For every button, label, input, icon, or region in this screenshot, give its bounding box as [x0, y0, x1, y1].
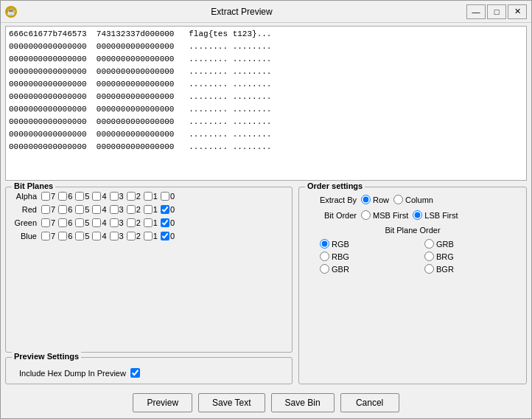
bit-plane-rbg-label[interactable]: RBG — [332, 252, 349, 261]
extract-by-row-label[interactable]: Row — [373, 195, 389, 204]
bit-red-4-label[interactable]: 4 — [102, 205, 106, 214]
bit-green-7-label[interactable]: 7 — [51, 218, 55, 227]
bit-green-4-label[interactable]: 4 — [102, 218, 106, 227]
extract-by-col-radio[interactable] — [393, 195, 403, 204]
bit-red-2-label[interactable]: 2 — [136, 205, 141, 214]
bit-plane-gbr-radio[interactable] — [320, 264, 329, 274]
bit-red-2-input[interactable] — [127, 205, 136, 214]
bit-green-0-input[interactable] — [161, 218, 169, 227]
extract-by-row-radio[interactable] — [361, 195, 371, 204]
bit-green-5-label[interactable]: 5 — [85, 218, 89, 227]
bit-red-1-label[interactable]: 1 — [153, 205, 158, 214]
bit-blue-6-label[interactable]: 6 — [68, 232, 72, 240]
bit-alpha-6-input[interactable] — [58, 192, 67, 201]
bit-plane-brg-label[interactable]: BRG — [436, 252, 454, 261]
bit-red-4-input[interactable] — [92, 205, 101, 214]
bit-alpha-2-label[interactable]: 2 — [136, 192, 141, 201]
lsb-first-label[interactable]: LSB First — [424, 211, 458, 220]
cancel-button[interactable]: Cancel — [340, 393, 399, 412]
bit-red-7-input[interactable] — [41, 205, 50, 214]
bit-blue-2-label[interactable]: 2 — [136, 232, 141, 240]
bit-blue-0-input[interactable] — [161, 232, 169, 240]
bit-blue-1-input[interactable] — [144, 232, 153, 240]
preview-button[interactable]: Preview — [133, 393, 192, 412]
bit-green-6-input[interactable] — [58, 218, 67, 227]
bit-alpha-6-label[interactable]: 6 — [68, 192, 72, 201]
bit-green-5-input[interactable] — [75, 218, 84, 227]
bit-alpha-7-input[interactable] — [41, 192, 50, 201]
bit-alpha-3-label[interactable]: 3 — [119, 192, 124, 201]
bit-checkbox-blue-0: 0 — [161, 232, 175, 240]
bit-plane-bgr-label[interactable]: BGR — [436, 265, 454, 274]
bit-blue-5-input[interactable] — [75, 232, 84, 240]
hex-dump-checkbox[interactable] — [130, 368, 140, 378]
bit-alpha-0-input[interactable] — [161, 192, 169, 201]
bit-alpha-2-input[interactable] — [127, 192, 136, 201]
save-bin-button[interactable]: Save Bin — [271, 393, 335, 412]
bit-alpha-3-input[interactable] — [110, 192, 119, 201]
bit-green-3-label[interactable]: 3 — [119, 218, 124, 227]
footer-buttons: Preview Save Text Save Bin Cancel — [1, 387, 531, 418]
bit-blue-0-label[interactable]: 0 — [170, 232, 175, 240]
close-button[interactable]: ✕ — [508, 4, 527, 19]
lsb-first-radio[interactable] — [413, 210, 422, 220]
bit-blue-2-input[interactable] — [127, 232, 136, 240]
left-panel: Bit Planes Alpha76543210Red76543210Green… — [5, 187, 293, 384]
bit-red-6-label[interactable]: 6 — [68, 205, 72, 214]
preview-line: 0000000000000000 0000000000000000 ......… — [9, 53, 523, 66]
bit-green-2-label[interactable]: 2 — [136, 218, 141, 227]
bit-checkbox-alpha-0: 0 — [161, 192, 175, 201]
bit-red-0-label[interactable]: 0 — [170, 205, 175, 214]
bit-green-7-input[interactable] — [41, 218, 50, 227]
bit-blue-1-label[interactable]: 1 — [153, 232, 158, 240]
bit-plane-gbr-label[interactable]: GBR — [332, 265, 349, 274]
bit-plane-rgb-label[interactable]: RGB — [332, 240, 349, 249]
preview-line: 0000000000000000 0000000000000000 ......… — [9, 141, 523, 153]
bit-plane-rgb-radio[interactable] — [320, 239, 329, 249]
bit-red-0-input[interactable] — [161, 205, 169, 214]
bit-plane-bgr-radio[interactable] — [424, 264, 434, 274]
bit-plane-brg-radio[interactable] — [424, 252, 434, 261]
bit-alpha-4-input[interactable] — [92, 192, 101, 201]
bit-red-5-input[interactable] — [75, 205, 84, 214]
bit-blue-7-input[interactable] — [41, 232, 50, 240]
bit-green-2-input[interactable] — [127, 218, 136, 227]
bit-red-3-label[interactable]: 3 — [119, 205, 124, 214]
bit-plane-grb-label[interactable]: GRB — [436, 240, 454, 249]
bit-green-1-input[interactable] — [144, 218, 153, 227]
bit-order-lsb-option: LSB First — [413, 210, 458, 220]
bit-alpha-1-label[interactable]: 1 — [153, 192, 158, 201]
bit-alpha-5-input[interactable] — [75, 192, 84, 201]
bit-green-0-label[interactable]: 0 — [170, 218, 175, 227]
bit-alpha-0-label[interactable]: 0 — [170, 192, 175, 201]
bit-green-3-input[interactable] — [110, 218, 119, 227]
bit-blue-7-label[interactable]: 7 — [51, 232, 55, 240]
bit-checkbox-red-7: 7 — [41, 205, 55, 214]
bit-blue-4-label[interactable]: 4 — [102, 232, 106, 240]
bit-red-7-label[interactable]: 7 — [51, 205, 55, 214]
bit-alpha-4-label[interactable]: 4 — [102, 192, 106, 201]
bit-red-3-input[interactable] — [110, 205, 119, 214]
msb-first-label[interactable]: MSB First — [373, 211, 408, 220]
bit-red-1-input[interactable] — [144, 205, 153, 214]
bit-blue-3-input[interactable] — [110, 232, 119, 240]
bit-red-6-input[interactable] — [58, 205, 67, 214]
bit-green-4-input[interactable] — [92, 218, 101, 227]
bit-alpha-5-label[interactable]: 5 — [85, 192, 89, 201]
bit-blue-6-input[interactable] — [58, 232, 67, 240]
bit-red-5-label[interactable]: 5 — [85, 205, 89, 214]
bit-green-1-label[interactable]: 1 — [153, 218, 158, 227]
save-text-button[interactable]: Save Text — [198, 393, 265, 412]
minimize-button[interactable]: — — [466, 4, 486, 19]
bit-blue-4-input[interactable] — [92, 232, 101, 240]
maximize-button[interactable]: □ — [487, 4, 506, 19]
bit-alpha-1-input[interactable] — [144, 192, 153, 201]
extract-by-col-label[interactable]: Column — [405, 195, 433, 204]
msb-first-radio[interactable] — [361, 210, 371, 220]
bit-green-6-label[interactable]: 6 — [68, 218, 72, 227]
bit-plane-grb-radio[interactable] — [424, 239, 434, 249]
bit-blue-5-label[interactable]: 5 — [85, 232, 89, 240]
bit-alpha-7-label[interactable]: 7 — [51, 192, 55, 201]
bit-plane-rbg-radio[interactable] — [320, 252, 329, 261]
bit-blue-3-label[interactable]: 3 — [119, 232, 124, 240]
